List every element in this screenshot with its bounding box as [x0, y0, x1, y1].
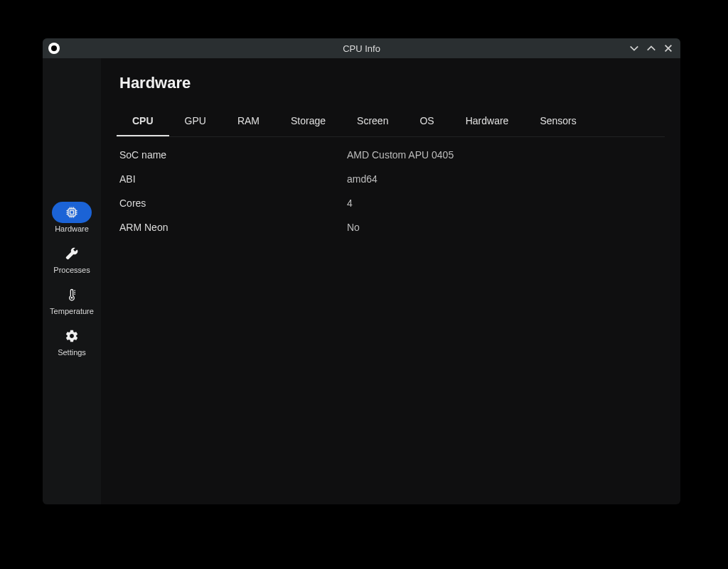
tabs: CPU GPU RAM Storage Screen OS Hardware S…: [117, 108, 665, 137]
info-row: ABI amd64: [117, 167, 665, 191]
tab-label: Screen: [357, 115, 388, 126]
page-title: Hardware: [119, 74, 665, 92]
tab-label: GPU: [185, 115, 206, 126]
svg-point-16: [71, 297, 73, 299]
tab-label: CPU: [132, 115, 154, 126]
info-row: SoC name AMD Custom APU 0405: [117, 143, 665, 167]
tab-hardware[interactable]: Hardware: [450, 108, 525, 136]
svg-rect-3: [70, 211, 74, 215]
info-rows: SoC name AMD Custom APU 0405 ABI amd64 C…: [117, 143, 665, 239]
row-label: ARM Neon: [119, 222, 347, 233]
thermometer-icon: [52, 284, 92, 305]
titlebar: CPU Info: [43, 38, 680, 58]
tab-ram[interactable]: RAM: [222, 108, 275, 136]
tab-label: Hardware: [466, 115, 509, 126]
row-value: No: [347, 222, 360, 233]
sidebar-item-temperature[interactable]: Temperature: [47, 283, 97, 318]
row-value: 4: [347, 197, 353, 209]
window-controls: [629, 43, 680, 53]
close-button[interactable]: [663, 43, 673, 53]
window-title: CPU Info: [43, 43, 680, 54]
sidebar-item-processes[interactable]: Processes: [47, 242, 97, 277]
sidebar: Hardware Processes Temperature Settings: [43, 58, 101, 504]
cpu-chip-icon: [52, 202, 92, 223]
sidebar-item-hardware[interactable]: Hardware: [47, 200, 97, 236]
app-icon: [48, 43, 60, 54]
gear-icon: [52, 325, 92, 347]
row-label: ABI: [119, 173, 347, 185]
row-value: amd64: [347, 173, 378, 185]
tab-os[interactable]: OS: [404, 108, 449, 136]
app-window: CPU Info Hardware Processes: [43, 38, 680, 504]
minimize-button[interactable]: [629, 43, 639, 53]
tab-label: Sensors: [540, 115, 576, 126]
info-row: Cores 4: [117, 191, 665, 215]
sidebar-item-label: Settings: [58, 348, 86, 357]
maximize-button[interactable]: [646, 43, 656, 53]
svg-rect-2: [68, 209, 75, 216]
info-row: ARM Neon No: [117, 215, 665, 239]
tab-gpu[interactable]: GPU: [169, 108, 222, 136]
app-body: Hardware Processes Temperature Settings: [43, 58, 680, 504]
tab-storage[interactable]: Storage: [275, 108, 341, 136]
sidebar-item-label: Hardware: [55, 224, 89, 233]
main-content: Hardware CPU GPU RAM Storage Screen OS H…: [101, 58, 680, 504]
sidebar-item-settings[interactable]: Settings: [47, 324, 97, 359]
row-label: Cores: [119, 197, 347, 209]
sidebar-item-label: Processes: [53, 266, 90, 274]
tab-label: RAM: [237, 115, 259, 126]
tab-label: Storage: [291, 115, 326, 126]
tab-label: OS: [419, 115, 434, 126]
tab-sensors[interactable]: Sensors: [524, 108, 592, 136]
row-label: SoC name: [119, 149, 347, 161]
row-value: AMD Custom APU 0405: [347, 149, 454, 161]
sidebar-item-label: Temperature: [50, 307, 94, 315]
tab-cpu[interactable]: CPU: [117, 108, 169, 136]
wrench-icon: [52, 243, 92, 264]
tab-screen[interactable]: Screen: [341, 108, 404, 136]
